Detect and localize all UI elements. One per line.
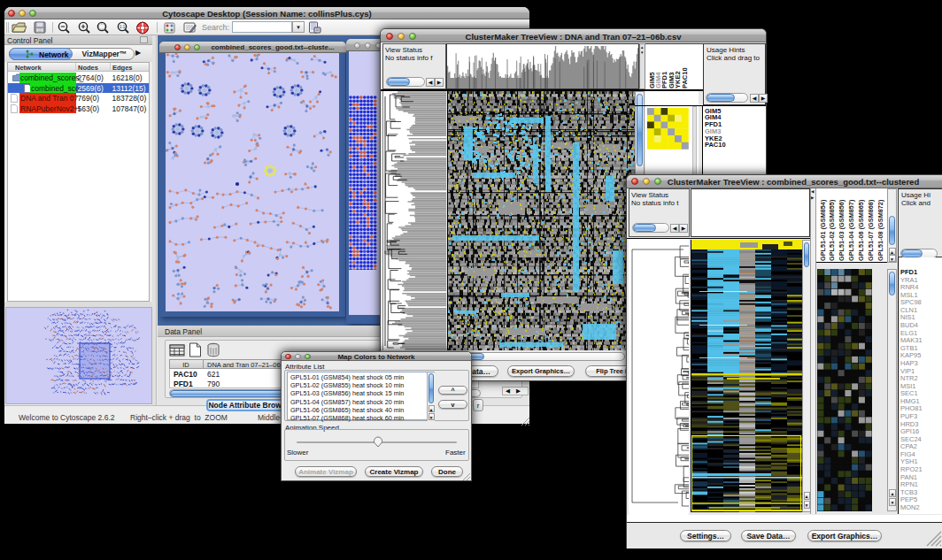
- svg-text:1:1: 1:1: [120, 25, 126, 29]
